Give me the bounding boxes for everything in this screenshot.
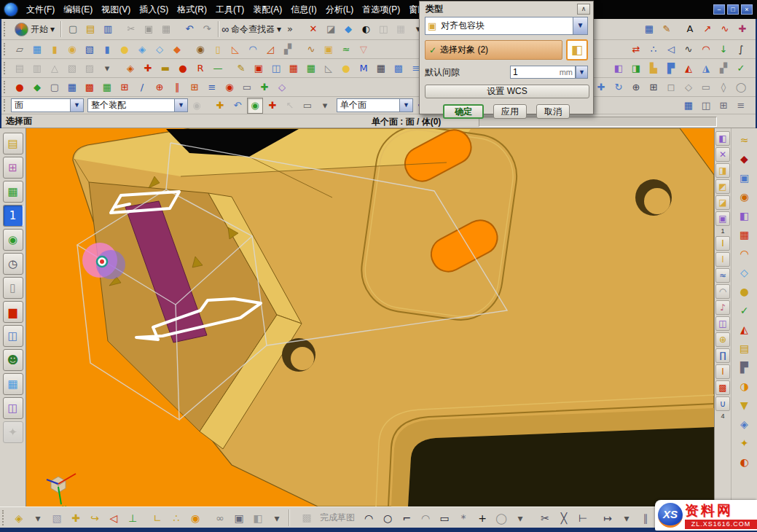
coin-stack-icon[interactable]: ●	[735, 283, 754, 300]
toolbar-grip[interactable]	[4, 22, 9, 36]
open-file-icon[interactable]: ▤	[82, 21, 98, 37]
history-globe-icon[interactable]: ◉	[3, 229, 23, 251]
intersect-icon[interactable]: ◆	[169, 42, 185, 58]
studio-spline-icon[interactable]: ∿	[717, 21, 733, 37]
constraint-arrow-icon[interactable]: ↦	[599, 509, 616, 527]
block-icon[interactable]: ▧	[82, 42, 98, 58]
gap-value-input[interactable]	[510, 66, 552, 79]
offset-surface-icon[interactable]: ▽	[356, 42, 372, 58]
spline-curve-icon[interactable]: ∿	[680, 42, 697, 58]
parting-surface-icon[interactable]: ≈	[735, 131, 754, 149]
rotate-view-icon[interactable]: ↻	[611, 79, 627, 95]
pattern-feature-icon[interactable]: ∴	[646, 42, 662, 58]
region-face-icon[interactable]: ◇	[735, 264, 754, 281]
sheet-body-icon[interactable]: ▤	[735, 340, 754, 357]
copy-face-icon[interactable]: ◨	[715, 163, 730, 178]
fit-all-icon[interactable]: ⊞	[646, 79, 662, 95]
offset-region-icon[interactable]: ◪	[715, 195, 730, 210]
face-snap-icon[interactable]: ◫	[698, 98, 714, 114]
close-button[interactable]: ×	[741, 4, 753, 15]
corner-line-icon[interactable]: ⌐	[398, 509, 415, 527]
law-curve-icon[interactable]: ∫	[733, 42, 749, 58]
trim-body-icon[interactable]: ◿	[262, 42, 278, 58]
zoom-window-icon[interactable]: ✚	[140, 60, 156, 77]
top-view-icon[interactable]: ▭	[698, 79, 714, 95]
section-roll-icon[interactable]: ◫	[268, 60, 284, 77]
color-palette-icon[interactable]: ▆	[3, 301, 23, 323]
unit-dropdown-icon[interactable]: ▼	[576, 66, 588, 79]
zoom-view-icon[interactable]: ⊕	[628, 79, 644, 95]
save-file-icon[interactable]: ▥	[100, 21, 116, 37]
circle-center-icon[interactable]: ⊕	[152, 79, 168, 95]
rect-select-icon[interactable]: ▭	[299, 98, 315, 114]
text-style-icon[interactable]: A	[682, 21, 698, 37]
find-component-icon[interactable]: ◈	[10, 509, 28, 527]
chevron-down-icon[interactable]: ▼	[399, 99, 412, 112]
radius-analysis-icon[interactable]: R	[192, 60, 208, 77]
templates-icon[interactable]: ◫	[3, 397, 23, 419]
set-wcs-button[interactable]: 设置 WCS	[425, 85, 589, 98]
check-body-icon[interactable]: ◨	[628, 60, 644, 77]
dot-grid-icon[interactable]: ▩	[391, 60, 407, 77]
dialog-title-bar[interactable]: 类型 ∧	[420, 1, 593, 16]
point-set-icon[interactable]: ◆	[29, 79, 45, 95]
plus-curve-icon[interactable]: ✚	[256, 79, 272, 95]
delete-face-icon[interactable]: ✕	[715, 147, 730, 162]
bounding-block-icon-button[interactable]: ◧	[566, 39, 588, 60]
diamond-curve-icon[interactable]: ◇	[274, 79, 290, 95]
rect-cross-icon[interactable]: ⊞	[187, 79, 203, 95]
mirror-feature-icon[interactable]: ◁	[663, 42, 679, 58]
pocket-floor[interactable]	[408, 427, 714, 506]
pattern-grid-icon[interactable]: ▦	[64, 79, 80, 95]
calculator-icon[interactable]: ▦	[373, 60, 389, 77]
snap-point-menu-icon[interactable]: ✚	[212, 98, 228, 114]
move-face-icon[interactable]: ◧	[715, 131, 730, 146]
rectangle-icon[interactable]: ▭	[436, 509, 453, 527]
datum-plane-icon[interactable]: ▦	[29, 42, 45, 58]
cube-arrow-icon[interactable]: ◧	[249, 509, 267, 527]
menu-assemblies[interactable]: 装配(A)	[248, 2, 286, 17]
spark-icon[interactable]: ✦	[735, 434, 754, 452]
fit-view-icon[interactable]: ◈	[122, 60, 138, 77]
cut-face-icon[interactable]: ◩	[715, 179, 730, 194]
curved-face-icon[interactable]: ◠	[735, 245, 754, 262]
fixture-symbol-icon[interactable]: ◫	[715, 316, 730, 331]
highlight-bead-icon[interactable]: ●	[338, 60, 354, 77]
display-dropdown-icon[interactable]: ▾	[99, 60, 115, 77]
replace-face-icon[interactable]: ▣	[715, 211, 730, 226]
start-menu-button[interactable]: 开始 ▾	[11, 21, 58, 38]
round-hole-right[interactable]	[635, 179, 672, 216]
snap-midpoint-icon[interactable]: ✚	[264, 98, 281, 114]
arrow-ne-icon[interactable]: ↗	[699, 21, 715, 37]
grid-display-icon[interactable]: ▦	[641, 21, 657, 37]
target-point-icon[interactable]: ⊕	[715, 332, 730, 347]
pan-view-icon[interactable]: ✚	[593, 79, 609, 95]
core-block-icon[interactable]: ▣	[735, 169, 754, 187]
menu-information[interactable]: 信息(I)	[286, 2, 321, 17]
workpiece-icon[interactable]: ◉	[735, 188, 754, 206]
mirror-assembly-icon[interactable]: ◁	[105, 509, 122, 527]
grid-snap-icon[interactable]: ▦	[680, 98, 697, 114]
linear-dimension-icon[interactable]: I	[715, 236, 730, 251]
sphere-icon[interactable]: ●	[117, 42, 133, 58]
point-list-icon[interactable]: ●	[175, 60, 191, 77]
type-select[interactable]: ▣ 对齐包容块 ▼	[425, 17, 588, 35]
cancel-button[interactable]: 取消	[536, 104, 570, 119]
validate-icon[interactable]: ✓	[733, 60, 749, 77]
roles-icon[interactable]: ☻	[3, 349, 23, 371]
quick-extend-icon[interactable]: ╳	[555, 509, 573, 527]
corner-block-icon[interactable]: ▙	[646, 60, 662, 77]
assembly-navigator-icon[interactable]: ▤	[3, 133, 23, 154]
show-hide-icon[interactable]: ◪	[323, 21, 339, 37]
half-moon-icon[interactable]: ◑	[735, 378, 754, 395]
face-rule-select[interactable]: 单个面 ▼	[337, 98, 413, 112]
layer-lines-icon[interactable]: ≡	[204, 79, 220, 95]
sketch-icon[interactable]: ▱	[12, 42, 28, 58]
menu-file[interactable]: 文件(F)	[22, 2, 59, 17]
closed-shape-icon[interactable]: ◯	[493, 509, 510, 527]
arc-icon[interactable]: ◠	[360, 509, 377, 527]
overflow-chevron-icon[interactable]: »	[282, 21, 298, 37]
wave-link-icon[interactable]: ∟	[149, 509, 166, 527]
shell-face-icon[interactable]: ≈	[715, 268, 730, 283]
subtract-icon[interactable]: ◇	[152, 42, 168, 58]
